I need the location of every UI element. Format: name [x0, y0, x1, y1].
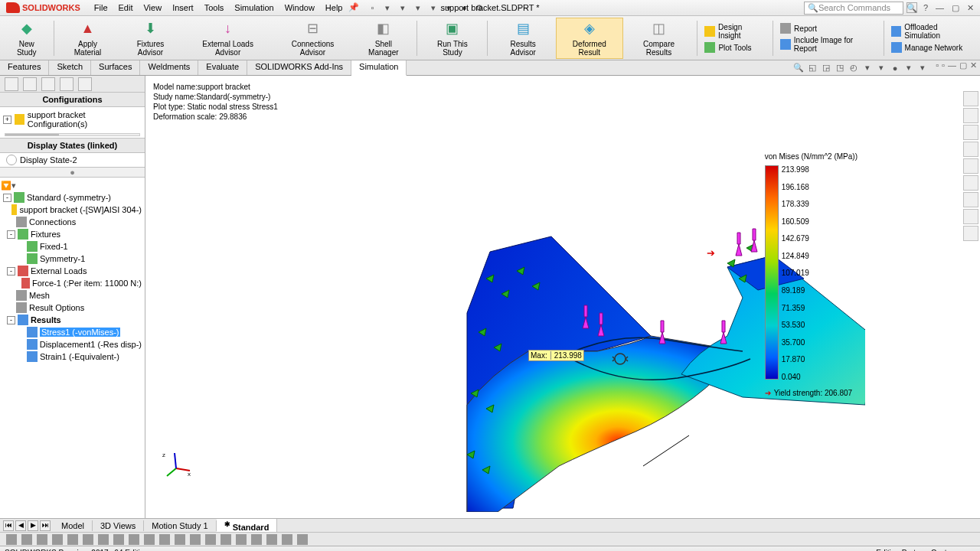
tab-simulation[interactable]: Simulation: [351, 60, 407, 76]
appearance-icon[interactable]: ●: [890, 63, 900, 73]
st-9[interactable]: [129, 534, 139, 545]
connections-node[interactable]: Connections: [3, 216, 142, 228]
tab-surfaces[interactable]: Surfaces: [91, 60, 140, 75]
st-4[interactable]: [52, 534, 63, 545]
st-18[interactable]: [266, 534, 277, 545]
design-insight-button[interactable]: Design Insight: [701, 22, 769, 41]
shell-manager-button[interactable]: ◧Shell Manager: [354, 18, 413, 59]
tab-weldments[interactable]: Weldments: [140, 60, 198, 75]
st-13[interactable]: [190, 534, 201, 545]
prev-tab-icon[interactable]: ◀: [15, 520, 26, 531]
scene-icon[interactable]: ▾: [903, 63, 914, 73]
hide-show-icon[interactable]: ▾: [876, 63, 887, 73]
tp-palette-icon[interactable]: [963, 158, 978, 174]
tp-properties-icon[interactable]: [963, 192, 978, 207]
mesh-node[interactable]: Mesh: [3, 289, 142, 302]
study-node[interactable]: -Standard (-symmetry-): [3, 191, 142, 204]
fixtures-node[interactable]: -Fixtures: [3, 228, 142, 240]
menu-file[interactable]: File: [90, 2, 113, 14]
display-state-item[interactable]: Display State-2: [0, 153, 145, 167]
viewport-max-icon[interactable]: ▢: [959, 60, 967, 75]
st-16[interactable]: [236, 534, 247, 545]
menu-tools[interactable]: Tools: [200, 2, 229, 14]
tab-evaluate[interactable]: Evaluate: [198, 60, 247, 75]
st-15[interactable]: [220, 534, 231, 545]
menu-view[interactable]: View: [139, 2, 166, 14]
new-icon[interactable]: ▫: [367, 2, 377, 13]
stress-plot-node[interactable]: Stress1 (-vonMises-): [3, 326, 142, 338]
fm-dim-tab[interactable]: [60, 77, 74, 91]
search-commands[interactable]: 🔍 Search Commands: [804, 2, 903, 15]
fm-config-tab[interactable]: [41, 77, 55, 91]
view-settings-icon[interactable]: ▾: [917, 63, 928, 73]
fm-display-tab[interactable]: [78, 77, 92, 91]
tp-forum-icon[interactable]: [963, 209, 978, 224]
search-go-icon[interactable]: 🔍: [906, 2, 917, 13]
max-callout[interactable]: Max: 213.998: [528, 350, 584, 361]
include-image-button[interactable]: Include Image for Report: [777, 35, 880, 54]
st-12[interactable]: [175, 534, 185, 545]
st-5[interactable]: [67, 534, 78, 545]
fixtures-advisor-button[interactable]: ⬇Fixtures Advisor: [119, 18, 183, 59]
results-node[interactable]: -Results: [3, 314, 142, 326]
bottom-tab-model[interactable]: Model: [54, 520, 93, 531]
menu-insert[interactable]: Insert: [168, 2, 198, 14]
last-tab-icon[interactable]: ⏭: [40, 520, 51, 531]
st-17[interactable]: [251, 534, 262, 545]
apply-material-button[interactable]: ▲Apply Material: [58, 18, 116, 59]
part-node[interactable]: support bracket (-[SW]AISI 304-): [3, 204, 142, 216]
filter-icon[interactable]: 🔽▾: [3, 180, 14, 191]
tp-home-icon[interactable]: [963, 91, 978, 106]
viewport-min-icon[interactable]: —: [948, 60, 956, 75]
st-2[interactable]: [21, 534, 32, 545]
zoom-fit-icon[interactable]: 🔍: [793, 63, 804, 73]
result-options-node[interactable]: Result Options: [3, 302, 142, 314]
plot-tools-button[interactable]: Plot Tools: [701, 41, 769, 54]
external-loads-button[interactable]: ↓External Loads Advisor: [184, 18, 271, 59]
new-study-button[interactable]: ◆New Study: [3, 18, 50, 59]
expand-icon[interactable]: +: [3, 116, 11, 124]
viewport-close-icon[interactable]: ✕: [970, 60, 977, 75]
strain-plot-node[interactable]: Strain1 (-Equivalent-): [3, 350, 142, 363]
tp-sim-icon[interactable]: [963, 226, 978, 241]
tp-appearance-icon[interactable]: [963, 175, 978, 191]
st-7[interactable]: [98, 534, 109, 545]
st-1[interactable]: [6, 534, 17, 545]
menu-edit[interactable]: Edit: [114, 2, 138, 14]
st-6[interactable]: [83, 534, 93, 545]
menu-help[interactable]: Help: [321, 2, 348, 14]
prev-view-icon[interactable]: ◲: [821, 63, 831, 73]
tp-resources-icon[interactable]: [963, 108, 978, 123]
connections-advisor-button[interactable]: ⊟Connections Advisor: [273, 18, 352, 59]
display-style-icon[interactable]: ▾: [862, 63, 873, 73]
view-orient-icon[interactable]: ◴: [848, 63, 859, 73]
st-14[interactable]: [205, 534, 216, 545]
print-icon[interactable]: ▾: [413, 2, 423, 13]
graphics-area[interactable]: Model name:support bracket Study name:St…: [145, 76, 980, 518]
run-study-button[interactable]: ▣Run This Study: [421, 18, 483, 59]
st-3[interactable]: [37, 534, 47, 545]
bottom-tab-3dviews[interactable]: 3D Views: [93, 520, 144, 531]
fm-prop-tab[interactable]: [23, 77, 37, 91]
tp-explorer-icon[interactable]: [963, 142, 978, 157]
symmetry-node[interactable]: Symmetry-1: [3, 253, 142, 265]
ext-loads-node[interactable]: -External Loads: [3, 265, 142, 277]
tab-addins[interactable]: SOLIDWORKS Add-Ins: [247, 60, 351, 75]
tab-features[interactable]: Features: [0, 60, 49, 75]
tab-sketch[interactable]: Sketch: [49, 60, 91, 75]
section-view-icon[interactable]: ◳: [835, 63, 845, 73]
viewport-single-icon[interactable]: ▫: [936, 60, 939, 75]
st-10[interactable]: [144, 534, 155, 545]
pin-icon[interactable]: 📌: [348, 2, 359, 12]
fixed-node[interactable]: Fixed-1: [3, 240, 142, 253]
menu-window[interactable]: Window: [280, 2, 319, 14]
maximize-icon[interactable]: ▢: [952, 3, 959, 13]
viewport-link-icon[interactable]: ▫: [942, 60, 945, 75]
report-button[interactable]: Report: [777, 22, 880, 34]
first-tab-icon[interactable]: ⏮: [3, 520, 14, 531]
help-icon[interactable]: ?: [923, 3, 928, 13]
next-tab-icon[interactable]: ▶: [28, 520, 38, 531]
offloaded-sim-button[interactable]: Offloaded Simulation: [888, 22, 977, 41]
color-legend[interactable]: von Mises (N/mm^2 (MPa)) 213.998 196.168…: [765, 152, 858, 397]
st-20[interactable]: [297, 534, 308, 545]
